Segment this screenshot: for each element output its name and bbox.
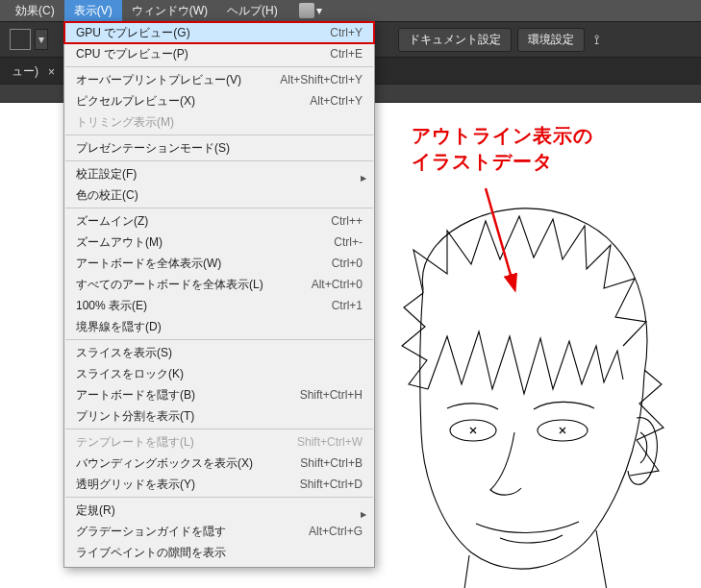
menu-separator bbox=[65, 135, 373, 135]
menu-item[interactable]: バウンディングボックスを表示(X)Shift+Ctrl+B bbox=[64, 453, 374, 474]
menu-item[interactable]: ズームアウト(M)Ctrl+- bbox=[64, 232, 374, 253]
menu-item-shortcut: Ctrl+Y bbox=[330, 26, 363, 39]
workspace-switcher[interactable]: ▾ bbox=[299, 3, 322, 18]
menu-item[interactable]: プリント分割を表示(T) bbox=[64, 405, 374, 427]
tab-close-icon[interactable]: × bbox=[48, 65, 55, 79]
menu-item-label: 色の校正(C) bbox=[76, 187, 363, 204]
menu-item-shortcut: Ctrl+E bbox=[330, 47, 363, 61]
menu-item[interactable]: アートボードを隠す(B)Shift+Ctrl+H bbox=[64, 384, 374, 405]
menu-item-label: スライスをロック(K) bbox=[76, 366, 363, 382]
menu-item[interactable]: オーバープリントプレビュー(V)Alt+Shift+Ctrl+Y bbox=[64, 69, 374, 90]
menu-item[interactable]: アートボードを全体表示(W)Ctrl+0 bbox=[64, 253, 374, 274]
menu-item[interactable]: スライスをロック(K) bbox=[64, 363, 374, 384]
fill-dropdown[interactable]: ▾ bbox=[35, 29, 48, 50]
menu-item-label: プレゼンテーションモード(S) bbox=[76, 140, 363, 157]
menu-item-label: バウンディングボックスを表示(X) bbox=[76, 455, 300, 472]
menu-item-shortcut: Ctrl+1 bbox=[332, 299, 363, 312]
menu-item[interactable]: すべてのアートボードを全体表示(L)Alt+Ctrl+0 bbox=[64, 274, 374, 295]
menu-item-shortcut: Shift+Ctrl+B bbox=[300, 456, 363, 470]
menu-item[interactable]: グラデーションガイドを隠すAlt+Ctrl+G bbox=[64, 521, 374, 542]
pin-icon[interactable]: ⟟ bbox=[594, 32, 599, 48]
menu-separator bbox=[65, 339, 373, 340]
chevron-down-icon: ▾ bbox=[316, 4, 322, 17]
menu-item-label: ズームイン(Z) bbox=[76, 213, 331, 230]
menu-item-label: グラデーションガイドを隠す bbox=[76, 524, 309, 540]
menu-item-shortcut: Alt+Ctrl+Y bbox=[310, 94, 363, 108]
menu-item-label: 境界線を隠す(D) bbox=[76, 319, 363, 335]
menu-item-shortcut: Shift+Ctrl+W bbox=[297, 435, 363, 449]
menu-item-label: プリント分割を表示(T) bbox=[76, 408, 363, 425]
menu-separator bbox=[65, 208, 373, 208]
menu-separator bbox=[65, 66, 373, 67]
view-menu-dropdown: GPU でプレビュー(G)Ctrl+YCPU でプレビュー(P)Ctrl+Eオー… bbox=[63, 21, 375, 568]
tab-label: ュー) bbox=[12, 63, 38, 80]
svg-line-2 bbox=[486, 188, 514, 288]
menu-item-label: アートボードを全体表示(W) bbox=[76, 256, 332, 272]
menu-item[interactable]: プレゼンテーションモード(S) bbox=[64, 137, 374, 159]
preferences-button[interactable]: 環境設定 bbox=[517, 28, 585, 52]
fill-swatch[interactable] bbox=[10, 29, 31, 50]
menu-item[interactable]: 校正設定(F) bbox=[64, 163, 374, 184]
menu-item-shortcut: Alt+Ctrl+0 bbox=[312, 278, 363, 291]
menu-item-label: CPU でプレビュー(P) bbox=[76, 46, 330, 62]
menu-item[interactable]: スライスを表示(S) bbox=[64, 342, 374, 363]
menu-item[interactable]: ライブペイントの隙間を表示 bbox=[64, 542, 374, 563]
menubar: 効果(C) 表示(V) ウィンドウ(W) ヘルプ(H) ▾ bbox=[0, 0, 701, 21]
menu-item[interactable]: 定規(R) bbox=[64, 500, 374, 521]
menu-item-shortcut: Alt+Ctrl+G bbox=[309, 525, 363, 538]
menu-item-shortcut: Shift+Ctrl+D bbox=[300, 478, 363, 491]
workspace-icon bbox=[299, 3, 314, 18]
menu-help[interactable]: ヘルプ(H) bbox=[217, 0, 288, 21]
menu-item-label: 定規(R) bbox=[76, 502, 363, 519]
menu-item[interactable]: GPU でプレビュー(G)Ctrl+Y bbox=[64, 22, 374, 43]
menu-item[interactable]: CPU でプレビュー(P)Ctrl+E bbox=[64, 43, 374, 64]
menu-item-shortcut: Ctrl++ bbox=[331, 214, 363, 228]
document-settings-button[interactable]: ドキュメント設定 bbox=[398, 28, 512, 52]
menu-item-label: 透明グリッドを表示(Y) bbox=[76, 477, 300, 493]
menu-separator bbox=[65, 160, 373, 161]
menu-item-label: GPU でプレビュー(G) bbox=[76, 25, 330, 41]
menu-item[interactable]: ズームイン(Z)Ctrl++ bbox=[64, 210, 374, 232]
menu-item-label: ライブペイントの隙間を表示 bbox=[76, 545, 363, 561]
menu-item-shortcut: Ctrl+0 bbox=[332, 257, 363, 270]
menu-item-shortcut: Alt+Shift+Ctrl+Y bbox=[280, 73, 363, 86]
menu-item-label: テンプレートを隠す(L) bbox=[76, 434, 297, 451]
menu-item-label: すべてのアートボードを全体表示(L) bbox=[76, 277, 312, 293]
menu-item[interactable]: 100% 表示(E)Ctrl+1 bbox=[64, 295, 374, 316]
menu-separator bbox=[65, 497, 373, 498]
menu-item[interactable]: 透明グリッドを表示(Y)Shift+Ctrl+D bbox=[64, 474, 374, 495]
menu-item-label: トリミング表示(M) bbox=[76, 114, 363, 131]
menu-separator bbox=[65, 429, 373, 429]
menu-item[interactable]: ピクセルプレビュー(X)Alt+Ctrl+Y bbox=[64, 90, 374, 111]
menu-item[interactable]: 色の校正(C) bbox=[64, 184, 374, 206]
menu-item-label: スライスを表示(S) bbox=[76, 345, 363, 361]
menu-window[interactable]: ウィンドウ(W) bbox=[122, 0, 217, 21]
menu-item-label: ズームアウト(M) bbox=[76, 234, 334, 251]
menu-item-shortcut: Ctrl+- bbox=[334, 235, 363, 249]
annotation-text: アウトライン表示の イラストデータ bbox=[412, 123, 593, 175]
menu-item-label: オーバープリントプレビュー(V) bbox=[76, 72, 280, 88]
menu-item-label: 100% 表示(E) bbox=[76, 298, 332, 314]
menu-effects[interactable]: 効果(C) bbox=[6, 0, 64, 21]
menu-item-label: 校正設定(F) bbox=[76, 166, 363, 183]
document-tab[interactable]: ュー) × bbox=[2, 60, 64, 84]
menu-item: トリミング表示(M) bbox=[64, 111, 374, 133]
menu-item-shortcut: Shift+Ctrl+H bbox=[300, 388, 363, 402]
menu-item-label: ピクセルプレビュー(X) bbox=[76, 93, 310, 110]
menu-item-label: アートボードを隠す(B) bbox=[76, 387, 300, 404]
menu-view[interactable]: 表示(V) bbox=[64, 0, 122, 21]
menu-item: テンプレートを隠す(L)Shift+Ctrl+W bbox=[64, 431, 374, 453]
annotation-arrow bbox=[413, 183, 529, 307]
menu-item[interactable]: 境界線を隠す(D) bbox=[64, 316, 374, 337]
